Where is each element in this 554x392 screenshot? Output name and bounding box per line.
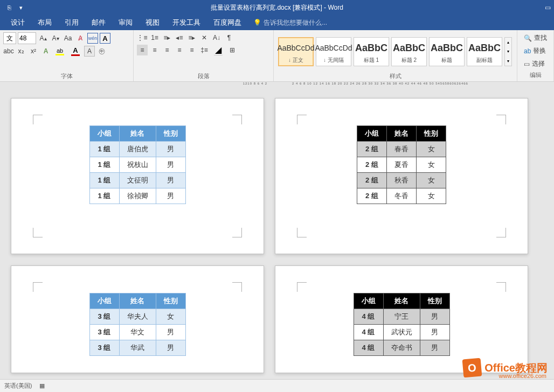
- table-cell[interactable]: 秋香: [387, 173, 417, 188]
- show-marks-button[interactable]: ¶: [224, 32, 234, 43]
- asian-layout-button[interactable]: ✕: [199, 32, 210, 43]
- find-button[interactable]: 🔍查找: [522, 32, 549, 44]
- table-cell[interactable]: 女: [417, 188, 446, 204]
- numbering-button[interactable]: 1≡: [149, 32, 160, 43]
- table-group2[interactable]: 小组 姓名 性别 2 组春香女2 组夏香女2 组秋香女2 组冬香女: [357, 125, 446, 204]
- table-cell[interactable]: 唐伯虎: [119, 142, 156, 157]
- style-subtitle[interactable]: AaBbC 副标题: [467, 37, 502, 66]
- table-group1[interactable]: 小组 姓名 性别 1 组唐伯虎男1 组祝枝山男1 组文征明男1 组徐祯卿男: [89, 125, 186, 204]
- tab-view[interactable]: 视图: [139, 15, 166, 30]
- table-cell[interactable]: 华武: [119, 340, 156, 356]
- decrease-font-button[interactable]: A▾: [50, 33, 61, 44]
- page-2[interactable]: 小组 姓名 性别 2 组春香女2 组夏香女2 组秋香女2 组冬香女: [275, 98, 528, 254]
- table-cell[interactable]: 男: [420, 309, 449, 325]
- tab-references[interactable]: 引用: [58, 15, 85, 30]
- strikethrough-button[interactable]: abc: [3, 46, 14, 57]
- tab-review[interactable]: 审阅: [112, 15, 139, 30]
- sort-button[interactable]: A↓: [211, 32, 222, 43]
- decrease-indent-button[interactable]: ◂≡: [174, 32, 185, 43]
- table-row[interactable]: 1 组祝枝山男: [89, 157, 185, 173]
- style-heading1[interactable]: AaBbC 标题 1: [354, 37, 389, 66]
- table-row[interactable]: 2 组春香女: [357, 142, 446, 157]
- table-row[interactable]: 3 组华夫人女: [89, 309, 185, 325]
- clear-formatting-button[interactable]: A̷: [75, 33, 86, 44]
- select-button[interactable]: ▭选择: [522, 58, 549, 69]
- th[interactable]: 小组: [354, 293, 383, 309]
- bullets-button[interactable]: ⋮≡: [137, 32, 148, 43]
- table-cell[interactable]: 2 组: [357, 188, 387, 204]
- table-cell[interactable]: 3 组: [89, 325, 119, 340]
- table-cell[interactable]: 文征明: [119, 173, 156, 188]
- th[interactable]: 性别: [420, 293, 449, 309]
- table-group3[interactable]: 小组 姓名 性别 3 组华夫人女3 组华文男3 组华武男: [89, 293, 186, 356]
- tab-baidu[interactable]: 百度网盘: [207, 15, 248, 30]
- table-row[interactable]: 1 组徐祯卿男: [89, 188, 185, 204]
- font-size-combo[interactable]: 48: [18, 32, 36, 44]
- table-row[interactable]: 4 组夺命书男: [354, 340, 449, 356]
- character-shading-button[interactable]: A: [84, 46, 95, 57]
- ruler-right[interactable]: 2 4 6 8 10 12 14 16 18 20 22 24 26 28 30…: [287, 82, 543, 95]
- highlight-color-button[interactable]: ab: [53, 46, 67, 57]
- page-4[interactable]: 小组 姓名 性别 4 组宁王男4 组武状元男4 组夺命书男: [275, 265, 528, 373]
- align-center-button[interactable]: ≡: [149, 45, 160, 55]
- tab-design[interactable]: 设计: [4, 15, 31, 30]
- ruler-left[interactable]: 1210 8 6 4 2: [11, 82, 273, 95]
- table-cell[interactable]: 男: [420, 325, 449, 340]
- change-case-button[interactable]: Aa: [63, 33, 73, 44]
- table-cell[interactable]: 男: [156, 157, 185, 173]
- th[interactable]: 性别: [156, 126, 185, 142]
- th[interactable]: 姓名: [119, 126, 156, 142]
- style-heading2[interactable]: AaBbC 标题 2: [391, 37, 427, 66]
- table-cell[interactable]: 男: [156, 340, 185, 356]
- multilevel-list-button[interactable]: ≡▸: [162, 32, 172, 43]
- table-row[interactable]: 2 组冬香女: [357, 188, 446, 204]
- character-border-button[interactable]: A: [100, 33, 110, 44]
- style-title[interactable]: AaBbC 标题: [429, 37, 465, 66]
- style-no-spacing[interactable]: AaBbCcDd ↓ 无间隔: [316, 37, 351, 66]
- page-3[interactable]: 小组 姓名 性别 3 组华夫人女3 组华文男3 组华武男: [11, 265, 264, 373]
- th[interactable]: 姓名: [387, 126, 417, 142]
- increase-indent-button[interactable]: ≡▸: [186, 32, 197, 43]
- table-cell[interactable]: 2 组: [357, 142, 387, 157]
- replace-button[interactable]: ab替换: [522, 45, 549, 57]
- table-row[interactable]: 2 组秋香女: [357, 173, 446, 188]
- th[interactable]: 小组: [89, 126, 119, 142]
- table-row[interactable]: 3 组华武男: [89, 340, 185, 356]
- table-cell[interactable]: 华文: [119, 325, 156, 340]
- borders-button[interactable]: ⊞: [227, 45, 238, 55]
- table-cell[interactable]: 女: [156, 309, 185, 325]
- table-cell[interactable]: 1 组: [89, 173, 119, 188]
- tab-layout[interactable]: 布局: [31, 15, 58, 30]
- style-normal[interactable]: AaBbCcDd ↓ 正文: [278, 37, 314, 66]
- subscript-button[interactable]: x₂: [16, 46, 26, 57]
- font-color-button[interactable]: A: [68, 46, 82, 57]
- table-cell[interactable]: 4 组: [354, 325, 383, 340]
- table-group4[interactable]: 小组 姓名 性别 4 组宁王男4 组武状元男4 组夺命书男: [354, 293, 450, 356]
- th[interactable]: 姓名: [119, 293, 156, 309]
- table-cell[interactable]: 武状元: [383, 325, 420, 340]
- table-row[interactable]: 3 组华文男: [89, 325, 185, 340]
- table-cell[interactable]: 1 组: [89, 188, 119, 204]
- page-1[interactable]: 小组 姓名 性别 1 组唐伯虎男1 组祝枝山男1 组文征明男1 组徐祯卿男: [11, 98, 264, 254]
- th[interactable]: 小组: [357, 126, 387, 142]
- table-cell[interactable]: 夏香: [387, 157, 417, 173]
- table-row[interactable]: 4 组武状元男: [354, 325, 449, 340]
- phonetic-guide-button[interactable]: wén: [87, 33, 98, 44]
- table-cell[interactable]: 女: [417, 173, 446, 188]
- align-right-button[interactable]: ≡: [162, 45, 172, 55]
- table-cell[interactable]: 男: [156, 188, 185, 204]
- table-cell[interactable]: 徐祯卿: [119, 188, 156, 204]
- text-effects-button[interactable]: A: [40, 46, 51, 57]
- th[interactable]: 姓名: [383, 293, 420, 309]
- ribbon-display-options-icon[interactable]: ▭: [545, 4, 551, 11]
- tell-me-search[interactable]: 💡 告诉我您想要做什么...: [253, 18, 327, 27]
- table-cell[interactable]: 华夫人: [119, 309, 156, 325]
- customize-qat-icon[interactable]: ⎘: [5, 4, 13, 11]
- table-cell[interactable]: 男: [156, 325, 185, 340]
- document-area[interactable]: 小组 姓名 性别 1 组唐伯虎男1 组祝枝山男1 组文征明男1 组徐祯卿男 小组…: [0, 95, 554, 377]
- align-left-button[interactable]: ≡: [137, 45, 148, 55]
- font-name-combo[interactable]: 文: [3, 32, 16, 44]
- line-spacing-button[interactable]: ‡≡: [199, 45, 210, 55]
- table-cell[interactable]: 1 组: [89, 157, 119, 173]
- table-cell[interactable]: 女: [417, 157, 446, 173]
